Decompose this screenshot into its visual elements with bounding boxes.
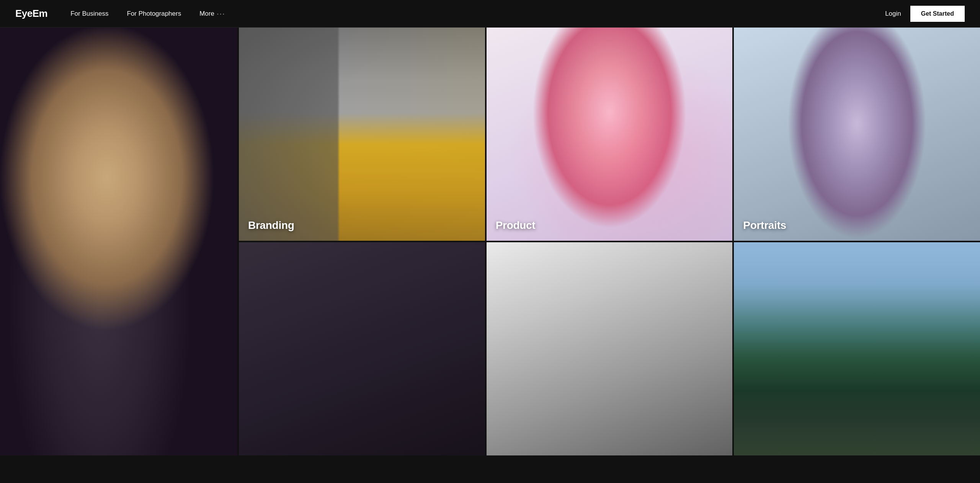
grid-cell-nature[interactable] bbox=[734, 242, 980, 455]
grid-cell-portraits[interactable]: Portraits bbox=[734, 28, 980, 241]
get-started-button[interactable]: Get Started bbox=[910, 6, 965, 22]
main-content: Branding Product Portraits bbox=[0, 0, 980, 455]
grid-cell-product[interactable]: Product bbox=[487, 28, 733, 241]
portraits-label: Portraits bbox=[743, 219, 786, 232]
branding-label: Branding bbox=[248, 219, 294, 232]
hero-image bbox=[0, 28, 237, 455]
nav-right: Login Get Started bbox=[885, 6, 965, 22]
product-label: Product bbox=[496, 219, 536, 232]
logo[interactable]: EyeEm bbox=[15, 8, 47, 20]
nav-for-business[interactable]: For Business bbox=[70, 10, 108, 18]
nav-for-photographers[interactable]: For Photographers bbox=[127, 10, 181, 18]
hero-portrait bbox=[0, 28, 237, 455]
more-dots-icon: ··· bbox=[217, 9, 225, 18]
image-grid: Branding Product Portraits bbox=[239, 28, 980, 455]
grid-cell-speaker[interactable] bbox=[487, 242, 733, 455]
nav-links: For Business For Photographers More ··· bbox=[70, 9, 885, 18]
grid-cell-team[interactable] bbox=[239, 242, 485, 455]
grid-cell-branding[interactable]: Branding bbox=[239, 28, 485, 241]
nav-more[interactable]: More ··· bbox=[199, 9, 225, 18]
navbar: EyeEm For Business For Photographers Mor… bbox=[0, 0, 980, 28]
login-button[interactable]: Login bbox=[885, 10, 901, 18]
